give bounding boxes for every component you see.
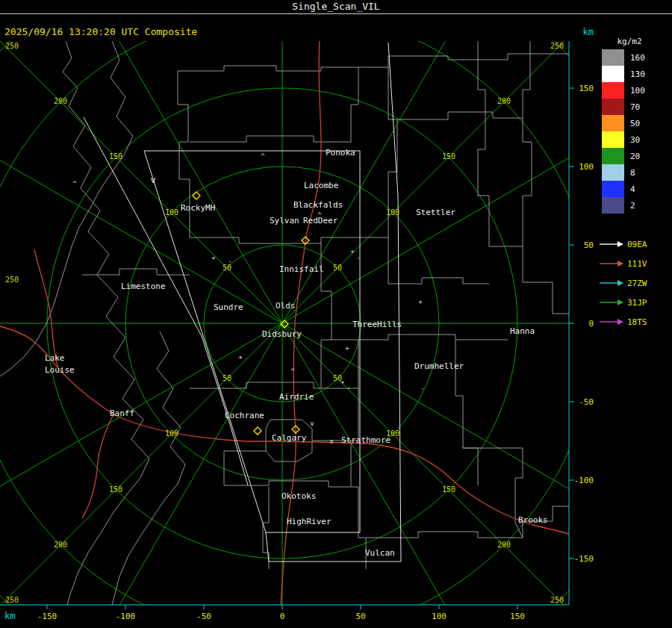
town-marker: v <box>310 420 314 427</box>
site-legend-row-111V: 111V <box>599 254 647 273</box>
range-label-50: 50 <box>223 374 231 382</box>
scale-swatch <box>602 49 624 66</box>
town-marker: v <box>150 175 155 185</box>
city-label-okotoks: Okotoks <box>281 491 316 501</box>
city-label-drumheller: Drumheller <box>414 361 464 371</box>
city-label-louise: Louise <box>45 365 75 375</box>
site-arrow-icon <box>599 240 624 249</box>
city-label-sundre: Sundre <box>214 302 243 312</box>
site-id: 27ZW <box>627 279 647 288</box>
range-label-150: 150 <box>442 485 455 494</box>
scale-value: 50 <box>630 119 640 128</box>
city-label-olds: Olds <box>276 301 296 311</box>
range-label-200: 200 <box>54 541 67 549</box>
scale-value: 20 <box>630 152 640 161</box>
right-tick-label: 150 <box>579 84 594 93</box>
city-label-cochrane: Cochrane <box>225 411 264 420</box>
range-label-100: 100 <box>386 208 399 217</box>
azimuth-spoke-120 <box>282 323 629 524</box>
site-arrow-icon <box>599 317 624 326</box>
site-legend-row-31JP: 31JP <box>599 293 647 312</box>
town-marker: · <box>228 258 231 266</box>
bottom-tick-label: 150 <box>510 612 525 621</box>
boundary-path <box>397 112 523 119</box>
boundary-path <box>478 41 489 246</box>
range-label-200: 200 <box>497 541 511 549</box>
scale-entry-8: 8 <box>602 164 645 181</box>
site-arrow-icon <box>599 298 624 307</box>
map-area: 5050505010010010010015015015015020020020… <box>0 0 672 628</box>
city-label-limestone: Limestone <box>121 282 166 291</box>
scale-swatch <box>602 82 624 99</box>
right-tick-label: -150 <box>574 554 594 564</box>
scale-value: 30 <box>630 135 640 145</box>
right-tick-label: -100 <box>574 476 594 485</box>
boundary-path <box>224 451 266 485</box>
range-label-250: 250 <box>5 596 19 604</box>
town-marker: * <box>350 249 354 257</box>
scale-unit-label: kg/m2 <box>617 37 641 46</box>
boundary-path <box>82 269 190 275</box>
scale-swatch <box>602 197 624 214</box>
city-label-highriver: HighRiver <box>287 517 332 526</box>
site-id: 31JP <box>627 298 647 308</box>
color-scale: 16013010070503020842 <box>602 49 645 214</box>
radar-display: Single_Scan_VIL 2025/09/16 13:20:20 UTC … <box>0 0 672 628</box>
right-axis-unit: km <box>583 27 594 37</box>
boundary-path <box>523 41 532 246</box>
site-legend-row-18TS: 18TS <box>599 312 647 332</box>
town-marker: + <box>418 298 423 305</box>
range-label-200: 200 <box>54 97 67 105</box>
range-label-250: 250 <box>550 596 564 604</box>
site-id: 111V <box>627 259 647 269</box>
range-label-150: 150 <box>442 152 455 161</box>
right-tick-label: 0 <box>588 319 594 329</box>
range-label-150: 150 <box>109 152 122 161</box>
bottom-tick-label: 100 <box>432 612 447 621</box>
scale-value: 130 <box>630 69 645 79</box>
scale-value: 160 <box>630 53 645 63</box>
range-label-50: 50 <box>333 264 342 272</box>
city-label-didsbury: Didsbury <box>262 329 302 339</box>
city-label-airdrie: Airdrie <box>279 392 314 402</box>
boundary-path <box>463 448 523 538</box>
range-rings <box>0 0 672 628</box>
scale-entry-160: 160 <box>602 49 645 66</box>
city-label-innisfail: Innisfail <box>279 264 324 274</box>
right-tick-label: -50 <box>579 397 594 407</box>
city-label-strathmore: Strathmore <box>341 435 391 445</box>
radar-site-marker <box>193 192 200 199</box>
range-label-250: 250 <box>5 42 19 50</box>
site-legend-row-09EA: 09EA <box>599 234 647 254</box>
site-arrow-icon <box>599 259 624 268</box>
scale-swatch <box>602 164 624 181</box>
scale-swatch <box>602 99 624 115</box>
radar-application-window: Single_Scan_VIL 2025/09/16 13:20:20 UTC … <box>0 0 672 628</box>
highway-93-north <box>34 249 58 368</box>
city-label-hanna: Hanna <box>510 326 535 336</box>
range-label-200: 200 <box>497 97 511 105</box>
scan-timestamp: 2025/09/16 13:20:20 UTC Composite <box>4 26 197 37</box>
town-marker: ^ <box>72 180 77 187</box>
scale-value: 8 <box>630 168 635 178</box>
bottom-tick-label: 50 <box>355 612 365 621</box>
scale-entry-70: 70 <box>602 99 645 115</box>
boundary-path <box>351 67 358 142</box>
city-label-vulcan: Vulcan <box>365 548 395 558</box>
city-label-lake: Lake <box>45 353 65 363</box>
city-label-reddeer: RedDeer <box>303 216 338 226</box>
site-id: 09EA <box>627 240 647 249</box>
city-label-brooks: Brooks <box>518 515 548 525</box>
city-label-sylvan: Sylvan <box>270 216 299 226</box>
azimuth-spoke-210 <box>82 323 283 628</box>
boundary-path <box>190 136 351 142</box>
scale-swatch <box>602 66 624 82</box>
city-label-threehills: ThreeHills <box>352 320 402 329</box>
range-label-100: 100 <box>165 208 178 217</box>
site-legend: 09EA111V27ZW31JP18TS <box>599 234 647 332</box>
boundary-path <box>388 67 397 284</box>
bottom-axis-ticks: -150-100-50050100150 <box>37 605 525 621</box>
town-marker: ^ <box>290 367 295 375</box>
town-marker: + <box>238 353 243 361</box>
range-label-250: 250 <box>550 42 564 50</box>
